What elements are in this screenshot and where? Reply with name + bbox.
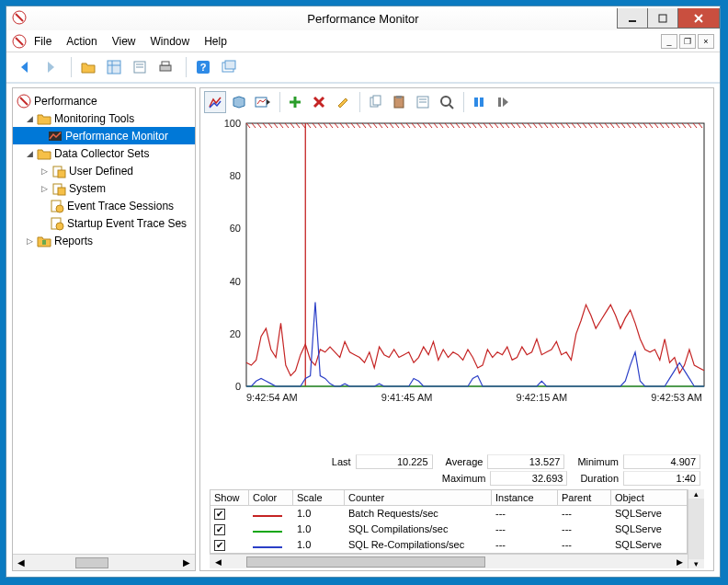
menu-file[interactable]: File (34, 35, 51, 48)
tree-data-collector-sets[interactable]: ◢ Data Collector Sets (13, 144, 195, 162)
stat-average-label: Average (446, 456, 483, 467)
close-button[interactable] (677, 8, 720, 29)
mdi-buttons: _ ❐ × (659, 34, 714, 49)
tree-reports[interactable]: ▷ Reports (13, 232, 195, 249)
menu-view[interactable]: View (112, 35, 136, 48)
svg-rect-38 (373, 96, 381, 105)
paste-button[interactable] (388, 91, 410, 113)
color-swatch (253, 515, 282, 517)
back-button[interactable] (14, 56, 36, 78)
cell-counter: SQL Re-Compilations/sec (345, 537, 492, 553)
chart-toolbar (200, 88, 713, 116)
view-chart-button[interactable] (204, 91, 226, 113)
svg-rect-48 (498, 98, 501, 107)
tree-event-trace-sessions[interactable]: Event Trace Sessions (13, 197, 195, 214)
scrollbar-thumb[interactable] (75, 557, 108, 568)
svg-rect-40 (396, 96, 402, 98)
expand-icon[interactable]: ▷ (24, 235, 35, 247)
cell-parent: --- (558, 537, 611, 553)
update-button[interactable] (492, 91, 514, 113)
titlebar: Performance Monitor (6, 6, 720, 30)
freeze-button[interactable] (468, 91, 490, 113)
add-counter-button[interactable] (284, 91, 306, 113)
view-list-button[interactable] (103, 56, 125, 78)
menu-help[interactable]: Help (204, 35, 227, 48)
collapse-icon[interactable]: ◢ (24, 113, 35, 124)
tree-user-defined[interactable]: ▷ User Defined (13, 162, 195, 179)
svg-rect-47 (480, 98, 483, 107)
new-window-button[interactable] (218, 56, 240, 78)
svg-rect-32 (256, 98, 267, 107)
hdr-show[interactable]: Show (210, 490, 249, 505)
svg-line-45 (449, 105, 453, 109)
tree[interactable]: Performance ◢ Monitoring Tools Performan… (13, 88, 195, 554)
properties-button[interactable] (129, 56, 151, 78)
scrollbar-thumb[interactable] (246, 556, 485, 568)
dcs-icon (51, 181, 66, 196)
stat-maximum-value: 32.693 (490, 471, 567, 486)
grid-row[interactable]: ✔1.0SQL Compilations/sec------SQLServe (210, 522, 687, 537)
view-histogram-button[interactable] (228, 91, 250, 113)
hdr-parent[interactable]: Parent (558, 490, 611, 505)
mdi-close-button[interactable]: × (698, 34, 714, 49)
reports-icon (37, 234, 51, 248)
hdr-object[interactable]: Object (611, 490, 663, 505)
svg-text:40: 40 (230, 276, 241, 287)
tree-root[interactable]: Performance (13, 92, 195, 109)
chart-area[interactable]: 020406080100 9:42:54 AM9:41:45 AM9:42:15… (211, 116, 702, 451)
dcs-icon (51, 164, 66, 178)
color-swatch (253, 531, 282, 533)
collapse-icon[interactable]: ◢ (24, 148, 35, 159)
svg-rect-3 (659, 15, 666, 22)
menubar: File Action View Window Help _ ❐ × (6, 30, 720, 52)
expand-icon[interactable]: ▷ (39, 166, 50, 177)
hdr-instance[interactable]: Instance (492, 490, 558, 505)
menu-action[interactable]: Action (66, 35, 97, 48)
zoom-button[interactable] (436, 91, 458, 113)
chart: 020406080100 (211, 120, 708, 405)
copy-button[interactable] (364, 91, 386, 113)
tree-monitoring-tools[interactable]: ◢ Monitoring Tools (13, 109, 195, 127)
body: Performance ◢ Monitoring Tools Performan… (6, 84, 720, 577)
help-button[interactable]: ? (192, 56, 214, 78)
tree-performance-monitor[interactable]: Performance Monitor (13, 127, 195, 144)
counter-grid[interactable]: Show Color Scale Counter Instance Parent… (210, 489, 688, 554)
stat-minimum-label: Minimum (577, 456, 619, 467)
grid-hscrollbar[interactable]: ◀▶ (210, 554, 688, 568)
svg-rect-31 (42, 240, 46, 245)
svg-rect-19 (225, 61, 235, 69)
show-checkbox[interactable]: ✔ (214, 524, 225, 535)
forward-button[interactable] (40, 56, 62, 78)
tree-scrollbar[interactable]: ◀▶ (13, 554, 195, 570)
hdr-counter[interactable]: Counter (345, 490, 492, 505)
grid-row[interactable]: ✔1.0SQL Re-Compilations/sec------SQLServ… (210, 537, 687, 553)
mdi-minimize-button[interactable]: _ (661, 34, 677, 49)
properties-button[interactable] (412, 91, 434, 113)
show-checkbox[interactable]: ✔ (214, 509, 225, 520)
mdi-restore-button[interactable]: ❐ (679, 34, 696, 49)
delete-counter-button[interactable] (308, 91, 330, 113)
svg-point-28 (56, 205, 63, 212)
highlight-button[interactable] (332, 91, 354, 113)
svg-rect-24 (58, 170, 65, 178)
tree-startup-event-trace[interactable]: Startup Event Trace Ses (13, 214, 195, 232)
perfmon-icon (48, 129, 63, 143)
folder-icon (37, 146, 51, 161)
view-report-button[interactable] (252, 91, 274, 113)
hdr-scale[interactable]: Scale (293, 490, 345, 505)
hdr-color[interactable]: Color (249, 490, 293, 505)
maximize-button[interactable] (647, 8, 678, 29)
cell-instance: --- (492, 506, 558, 522)
show-checkbox[interactable]: ✔ (214, 540, 225, 551)
svg-text:60: 60 (230, 223, 241, 234)
open-folder-button[interactable] (77, 56, 99, 78)
tree-system[interactable]: ▷ System (13, 179, 195, 197)
expand-icon[interactable]: ▷ (39, 183, 50, 194)
grid-vscrollbar[interactable]: ▴▾ (688, 489, 704, 568)
grid-row[interactable]: ✔1.0Batch Requests/sec------SQLServe (210, 506, 687, 522)
print-button[interactable] (154, 56, 176, 78)
svg-point-44 (441, 97, 450, 106)
menu-window[interactable]: Window (151, 35, 190, 48)
minimize-button[interactable] (617, 8, 648, 29)
window-buttons (618, 8, 720, 29)
